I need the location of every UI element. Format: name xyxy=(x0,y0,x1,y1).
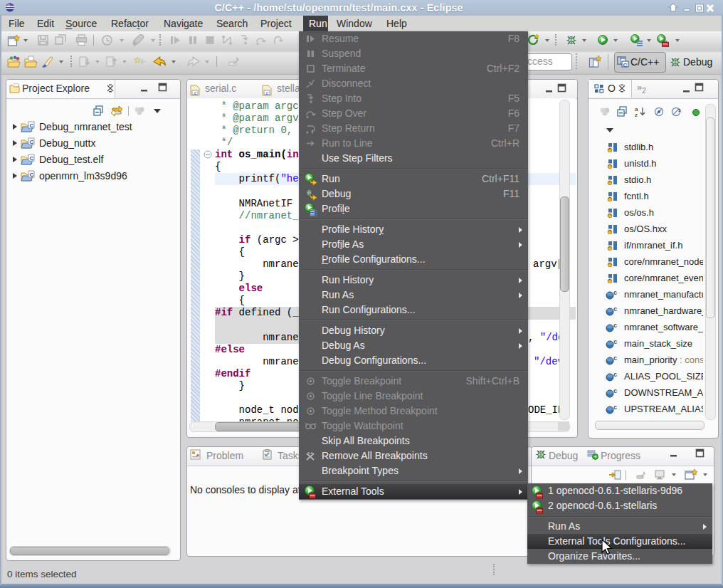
svg-text:z: z xyxy=(635,112,638,117)
svg-text:s: s xyxy=(678,107,681,113)
svg-text:C: C xyxy=(623,62,628,68)
svg-text:.c: .c xyxy=(265,90,269,95)
svg-text:.c: .c xyxy=(193,90,197,95)
